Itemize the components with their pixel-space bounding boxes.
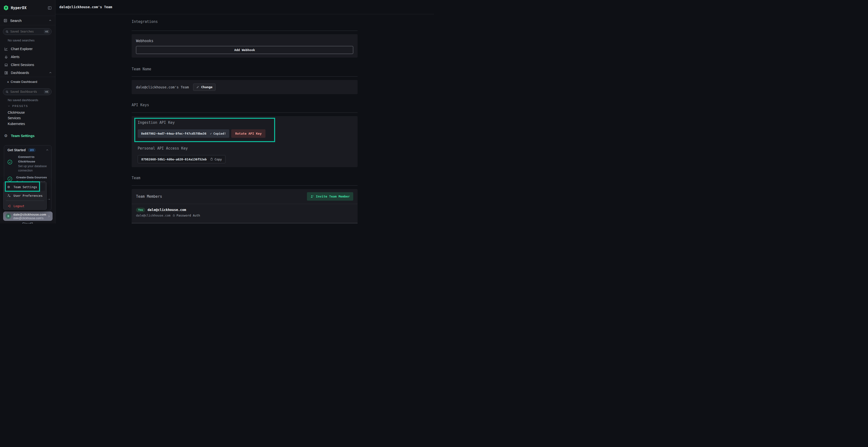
get-started-title: Get Started <box>7 148 26 152</box>
menu-item-label: User Preferences <box>13 194 42 198</box>
get-started-header[interactable]: Get Started 2/3 <box>7 148 49 152</box>
preset-services[interactable]: Services <box>8 115 21 121</box>
journal-icon <box>3 19 7 23</box>
saved-searches-input[interactable]: ⌘K <box>3 28 52 35</box>
preset-kubernetes[interactable]: Kubernetes <box>8 121 25 127</box>
chevron-up-icon[interactable] <box>49 71 52 74</box>
check-icon: ✓ <box>210 132 212 135</box>
bell-icon <box>4 55 8 59</box>
add-webhook-label: Add Webhook <box>234 48 255 52</box>
menu-item-team-settings[interactable]: ⚙ Team Settings <box>5 183 45 191</box>
team-members-label: Team Members <box>136 194 162 199</box>
team-member-details: dale@clickhouse.com Password Auth <box>136 213 200 217</box>
hyperdx-logo-icon <box>3 5 9 10</box>
avatar: D <box>5 213 11 219</box>
team-member-row: You dale@clickhouse.com <box>136 207 186 213</box>
sidebar-item-alerts[interactable]: Alerts <box>0 54 56 60</box>
sidebar-header: HyperDX <box>0 0 55 16</box>
check-circle-icon <box>7 176 12 182</box>
saved-dashboards-input[interactable]: ⌘K <box>3 89 52 95</box>
webhooks-label: Webhooks <box>136 39 153 43</box>
copy-label: Copy <box>215 158 222 161</box>
clipboard-icon <box>210 158 213 161</box>
shortcut-badge: ⌘K <box>44 90 50 94</box>
section-divider <box>132 31 358 31</box>
search-section-label: Search <box>10 19 22 23</box>
menu-item-logout[interactable]: Logout <box>5 202 45 210</box>
auth-method: Password Auth <box>173 214 200 217</box>
copy-button[interactable]: Copy <box>210 158 222 161</box>
copied-label: Copied! <box>213 132 226 135</box>
presets-toggle[interactable]: PRESETS <box>7 105 28 107</box>
presets-label: PRESETS <box>12 105 28 107</box>
sidebar-item-label: Chart Explorer <box>11 47 33 51</box>
gear-icon: ⚙ <box>7 185 11 189</box>
add-webhook-button[interactable]: Add Webhook <box>136 46 353 54</box>
menu-divider <box>6 201 44 201</box>
section-divider <box>132 112 358 113</box>
user-plus-icon <box>310 195 314 198</box>
you-badge: You <box>136 208 145 212</box>
user-account-chip[interactable]: D dale@clickhouse.com dale@clickhouse.co… <box>3 211 53 221</box>
sidebar-section-search[interactable]: Search <box>0 16 55 25</box>
sidebar-item-chart-explorer[interactable]: Chart Explorer <box>0 45 56 52</box>
task-connect-clickhouse[interactable]: Connect to ClickHouse Set up your databa… <box>18 154 50 173</box>
check-circle-icon <box>7 160 12 165</box>
personal-key-chip[interactable]: 87982668-58b1-4d6e-a620-014a136f52eb Cop… <box>138 155 225 163</box>
saved-dashboards-field[interactable] <box>10 90 44 94</box>
page-title: dale@clickhouse.com's Team <box>59 5 112 9</box>
ingestion-key-chip[interactable]: 8e887902-4ed7-44ea-8fec-f47cd578be36 ✓ C… <box>138 129 229 138</box>
laptop-icon <box>4 63 8 67</box>
chevron-down-icon <box>7 105 10 107</box>
ingestion-key-value: 8e887902-4ed7-44ea-8fec-f47cd578be36 <box>141 132 207 135</box>
no-saved-dashboards-text: No saved dashboards <box>8 98 38 102</box>
section-divider <box>132 185 358 186</box>
section-divider <box>132 76 358 77</box>
no-saved-searches-text: No saved searches <box>8 38 34 42</box>
user-name: dale@clickhouse.com <box>13 213 46 216</box>
plus-icon: + <box>7 80 10 84</box>
auth-label: Password Auth <box>177 214 200 217</box>
sidebar-item-team-settings[interactable]: ⚙ Team Settings <box>4 133 34 139</box>
create-dashboard-button[interactable]: + Create Dashboard <box>7 80 37 84</box>
member-email-secondary: dale@clickhouse.com <box>136 214 170 217</box>
team-name-card: dale@clickhouse.com's Team Change <box>132 80 358 94</box>
chart-icon <box>4 47 8 51</box>
chevron-up-icon[interactable] <box>45 148 49 152</box>
shortcut-badge: ⌘K <box>44 30 50 33</box>
personal-key-label: Personal API Access Key <box>138 146 188 150</box>
saved-searches-field[interactable] <box>10 30 44 33</box>
menu-item-user-preferences[interactable]: User Preferences <box>5 192 45 199</box>
lock-icon <box>173 214 175 217</box>
invite-label: Invite Team Member <box>316 195 350 198</box>
rotate-label: Rotate API Key <box>235 132 261 135</box>
user-subtitle: dale@clickhouse.com's <box>13 217 46 220</box>
logout-icon <box>7 204 11 208</box>
task-title: Connect to <box>18 155 34 159</box>
change-team-name-button[interactable]: Change <box>193 83 216 91</box>
task-title: ClickHouse <box>18 160 35 163</box>
section-title-team-name: Team Name <box>132 67 151 71</box>
settings-content: Integrations Webhooks Add Webhook Team N… <box>132 14 358 224</box>
sidebar-item-client-sessions[interactable]: Client Sessions <box>0 61 56 68</box>
sidebar-collapse-icon[interactable] <box>48 6 52 10</box>
task-title: Create Data Sources <box>16 175 51 180</box>
section-title-team: Team <box>132 176 140 180</box>
team-settings-label: Team Settings <box>11 134 34 138</box>
next-section-cutoff <box>132 223 358 224</box>
rotate-api-key-button[interactable]: Rotate API Key <box>231 129 266 138</box>
chevron-up-icon[interactable] <box>49 19 52 22</box>
arrow-right-icon[interactable]: → <box>47 197 51 201</box>
sidebar-divider <box>0 77 56 77</box>
sidebar: HyperDX Search ⌘K No saved searches <box>0 0 56 224</box>
sidebar-item-dashboards[interactable]: Dashboards <box>0 69 56 76</box>
member-email: dale@clickhouse.com <box>148 208 186 212</box>
invite-team-member-button[interactable]: Invite Team Member <box>307 192 353 201</box>
app-title: HyperDX <box>11 6 27 10</box>
user-gear-icon <box>7 194 11 198</box>
preset-clickhouse[interactable]: ClickHouse <box>8 110 25 115</box>
change-label: Change <box>201 85 212 89</box>
dashboards-icon <box>4 71 8 75</box>
team-members-card: Team Members Invite Team Member You dale… <box>132 189 358 224</box>
user-menu-popup: ⚙ Team Settings User Preferences Logout <box>3 182 47 210</box>
